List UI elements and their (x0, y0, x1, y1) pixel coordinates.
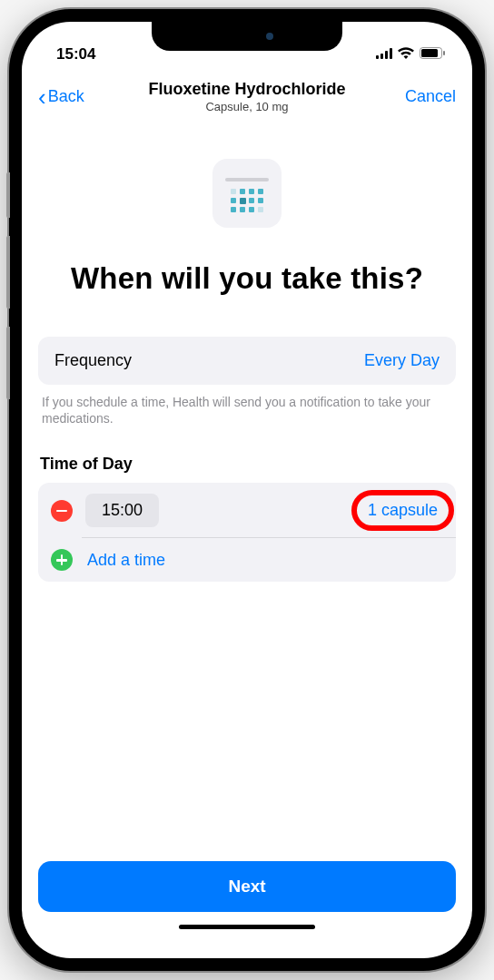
help-text: If you schedule a time, Health will send… (38, 394, 456, 428)
time-list: 15:00 1 capsule Add a time (38, 483, 456, 582)
frequency-row[interactable]: Frequency Every Day (38, 337, 456, 385)
svg-rect-6 (443, 51, 445, 55)
bottom-bar: Next (22, 843, 472, 958)
nav-title-subtitle: Capsule, 10 mg (111, 100, 383, 113)
page-heading: When will you take this? (38, 260, 456, 297)
calendar-icon (212, 159, 282, 228)
cancel-button[interactable]: Cancel (383, 87, 456, 106)
screen: 15:04 ‹ Back Fluoxetine Hydrochloride (22, 22, 472, 958)
next-button[interactable]: Next (38, 861, 456, 912)
add-time-row[interactable]: Add a time (38, 538, 456, 582)
navigation-bar: ‹ Back Fluoxetine Hydrochloride Capsule,… (22, 67, 472, 122)
add-time-label: Add a time (87, 551, 165, 570)
back-label: Back (48, 87, 84, 106)
wifi-icon (398, 45, 414, 64)
hero-icon-container (38, 159, 456, 228)
status-time: 15:04 (56, 45, 95, 64)
back-button[interactable]: ‹ Back (38, 85, 111, 109)
svg-rect-2 (385, 51, 388, 59)
status-indicators (376, 45, 445, 64)
remove-time-button[interactable] (51, 500, 73, 522)
chevron-left-icon: ‹ (38, 85, 46, 109)
notch (152, 22, 342, 51)
time-section-title: Time of Day (38, 455, 456, 474)
phone-frame: 15:04 ‹ Back Fluoxetine Hydrochloride (9, 9, 485, 971)
cellular-signal-icon (376, 45, 392, 64)
home-indicator[interactable] (179, 925, 315, 929)
content-area: When will you take this? Frequency Every… (22, 122, 472, 843)
front-camera-icon (266, 33, 273, 40)
nav-title: Fluoxetine Hydrochloride Capsule, 10 mg (111, 80, 383, 113)
time-picker[interactable]: 15:00 (85, 494, 159, 527)
frequency-value[interactable]: Every Day (364, 351, 440, 370)
add-time-button[interactable] (51, 549, 73, 571)
nav-title-main: Fluoxetine Hydrochloride (111, 80, 383, 99)
minus-icon (56, 510, 67, 513)
svg-rect-0 (376, 55, 379, 59)
frequency-label: Frequency (54, 351, 132, 370)
battery-icon (420, 45, 445, 64)
svg-rect-5 (421, 49, 438, 57)
dose-label: 1 capsule (368, 501, 438, 519)
svg-rect-1 (380, 54, 383, 59)
time-entry-row: 15:00 1 capsule (38, 483, 456, 538)
dose-selector[interactable]: 1 capsule (362, 497, 443, 524)
svg-rect-3 (390, 48, 392, 59)
